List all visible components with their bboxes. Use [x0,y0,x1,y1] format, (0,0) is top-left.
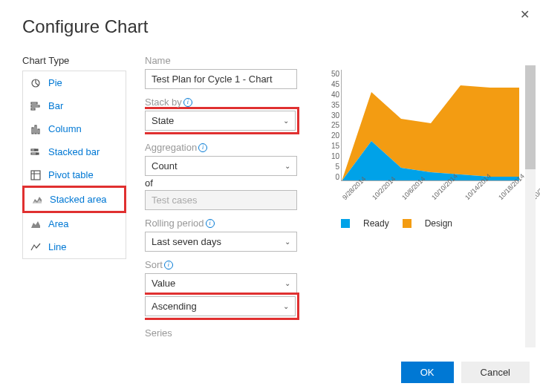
legend-ready: Ready [363,218,389,229]
y-tick: 0 [320,173,339,181]
svg-rect-8 [35,149,38,151]
chart-type-label-stacked-area: Stacked area [50,194,107,205]
dialog-title: Configure Chart [22,16,540,37]
bar-icon [30,101,41,111]
y-tick: 35 [320,101,339,109]
svg-rect-7 [31,149,35,151]
pivot-table-icon [30,170,41,180]
aggregation-label: Aggregationi [145,142,313,153]
pie-icon [30,78,41,88]
y-tick: 30 [320,111,339,120]
legend: Ready Design [341,218,452,229]
series-label: Series [145,327,313,337]
svg-rect-5 [35,125,36,134]
rolling-period-select[interactable]: Last seven days⌄ [145,232,297,252]
cancel-button[interactable]: Cancel [461,362,530,383]
chevron-down-icon: ⌄ [283,117,289,125]
legend-swatch-design [403,219,411,228]
sort-label: Sorti [145,259,313,270]
legend-swatch-ready [341,219,350,228]
stack-by-select[interactable]: State⌄ [145,111,296,131]
stacked-bar-icon [30,147,41,157]
scrollbar[interactable] [525,65,536,347]
name-value: Test Plan for Cycle 1 - Chart [152,74,273,85]
y-tick: 40 [320,91,339,99]
sort-direction-value: Ascending [152,301,197,312]
rolling-value: Last seven days [152,236,221,247]
y-tick: 20 [320,131,339,140]
chart-type-stacked-area[interactable]: Stacked area [22,186,126,213]
chart-type-label-pivot-table: Pivot table [48,169,94,180]
legend-design: Design [425,218,452,229]
chart-type-label-line: Line [48,241,67,252]
chart-type-column[interactable]: Column [23,117,126,140]
stack-by-highlight: State⌄ [145,107,299,134]
name-label: Name [145,55,313,66]
aggregation-value: Count [152,160,178,172]
aggregation-select[interactable]: Count⌄ [145,156,297,176]
area-ready [342,141,519,181]
sort-dir-highlight: Ascending⌄ [145,293,299,320]
chevron-down-icon: ⌄ [284,162,290,170]
chart-type-line[interactable]: Line [23,235,126,258]
chart-type-list: Pie Bar Column Stacked bar Pivot table [22,71,126,259]
chart-type-area[interactable]: Area [23,212,126,235]
chart-preview: 50454035302520151050 9/28/201410/2/20141… [320,70,521,203]
chevron-down-icon: ⌄ [284,238,290,246]
of-text: of [145,177,313,189]
area-icon [30,219,41,229]
y-tick: 5 [320,163,339,171]
line-icon [30,242,41,252]
rolling-period-label: Rolling periodi [145,218,313,229]
chart-type-label-bar: Bar [48,100,63,111]
ok-button[interactable]: OK [401,362,454,383]
of-input: Test cases [145,190,297,210]
of-value: Test cases [152,195,197,206]
info-icon[interactable]: i [206,219,215,228]
svg-rect-9 [31,153,36,154]
info-icon[interactable]: i [198,143,207,152]
chart-type-label-pie: Pie [48,77,62,88]
chart-type-pie[interactable]: Pie [23,71,126,94]
svg-rect-3 [31,108,35,110]
y-tick: 50 [320,70,339,78]
chevron-down-icon: ⌄ [284,279,290,287]
chevron-down-icon: ⌄ [283,302,289,310]
sort-by-value: Value [152,278,175,289]
close-icon[interactable]: ✕ [520,7,530,22]
name-input[interactable]: Test Plan for Cycle 1 - Chart [145,69,297,89]
sort-by-select[interactable]: Value⌄ [145,273,297,293]
chart-type-pivot-table[interactable]: Pivot table [23,163,126,186]
chart-type-label: Chart Type [22,55,130,66]
stack-by-value: State [152,115,174,126]
scrollbar-thumb[interactable] [525,65,536,169]
svg-rect-6 [38,129,39,134]
chart-type-label-column: Column [48,123,82,134]
sort-direction-select[interactable]: Ascending⌄ [145,296,296,316]
chart-type-bar[interactable]: Bar [23,94,126,117]
chart-type-label-area: Area [48,218,68,229]
column-icon [30,124,41,134]
chart-type-stacked-bar[interactable]: Stacked bar [23,140,126,163]
chart-type-label-stacked-bar: Stacked bar [48,146,100,157]
svg-rect-2 [31,105,39,107]
y-tick: 10 [320,152,339,160]
y-tick: 45 [320,80,339,88]
y-tick: 15 [320,142,339,150]
stack-by-label: Stack byi [145,97,313,108]
svg-rect-11 [31,171,40,180]
info-icon[interactable]: i [183,98,192,107]
svg-rect-4 [32,128,33,134]
info-icon[interactable]: i [164,261,173,270]
stacked-area-icon [32,195,42,205]
y-tick: 25 [320,121,339,129]
svg-rect-1 [31,102,37,104]
svg-rect-10 [36,153,39,154]
